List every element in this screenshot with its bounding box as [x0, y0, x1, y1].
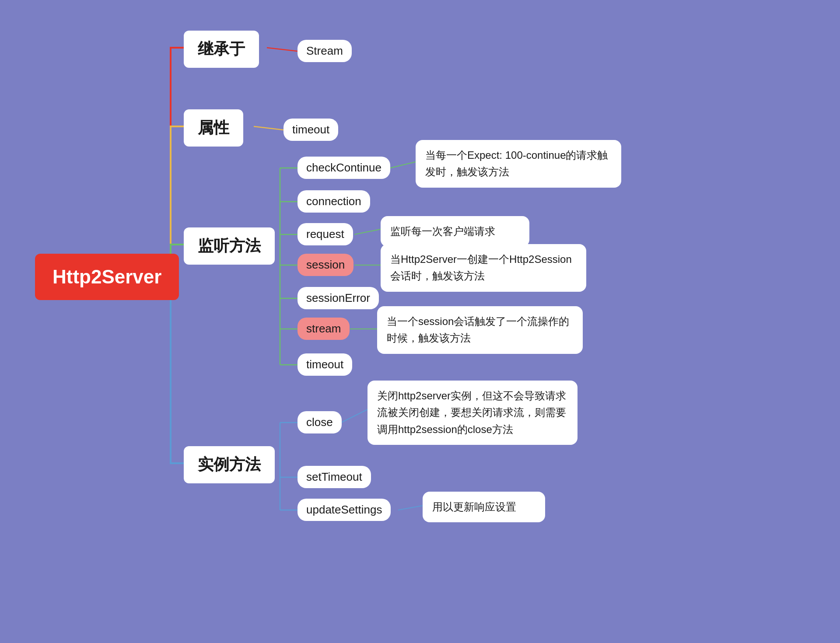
child-sessionerror-label: sessionError	[306, 291, 370, 304]
child-close-label: close	[306, 416, 333, 429]
child-connection: connection	[298, 190, 370, 213]
child-stream-inherit: Stream	[298, 40, 352, 62]
section-shuxing-label: 属性	[198, 119, 229, 136]
child-updatesettings: updateSettings	[298, 499, 391, 521]
section-jianting-label: 监听方法	[198, 237, 261, 255]
section-shili-label: 实例方法	[198, 455, 261, 473]
desc-checkcontinue-text: 当每一个Expect: 100-continue的请求触发时，触发该方法	[425, 149, 608, 178]
child-timeout-attr-label: timeout	[292, 123, 329, 136]
child-timeout-event-label: timeout	[306, 358, 343, 371]
child-settimeout: setTimeout	[298, 466, 371, 488]
section-shuxing: 属性	[184, 109, 243, 147]
desc-session: 当Http2Server一创建一个Http2Session会话时，触发该方法	[381, 244, 586, 292]
child-connection-label: connection	[306, 195, 361, 208]
desc-checkcontinue: 当每一个Expect: 100-continue的请求触发时，触发该方法	[416, 140, 621, 188]
child-request-label: request	[306, 227, 344, 241]
child-stream-inherit-label: Stream	[306, 44, 343, 57]
section-jianting: 监听方法	[184, 227, 275, 265]
desc-request: 监听每一次客户端请求	[381, 216, 529, 247]
child-stream-event-label: stream	[306, 322, 341, 335]
desc-stream-text: 当一个session会话触发了一个流操作的时候，触发该方法	[387, 315, 569, 344]
desc-updatesettings: 用以更新响应设置	[423, 492, 545, 522]
child-timeout-attr: timeout	[284, 119, 338, 141]
child-sessionerror: sessionError	[298, 287, 379, 309]
section-shili: 实例方法	[184, 446, 275, 483]
desc-session-text: 当Http2Server一创建一个Http2Session会话时，触发该方法	[390, 253, 572, 282]
child-timeout-event: timeout	[298, 353, 352, 376]
desc-updatesettings-text: 用以更新响应设置	[432, 501, 516, 513]
section-jichenyu-label: 继承于	[198, 40, 245, 58]
child-updatesettings-label: updateSettings	[306, 503, 382, 516]
desc-close-text: 关闭http2server实例，但这不会导致请求流被关闭创建，要想关闭请求流，则…	[377, 390, 566, 435]
child-session-label: session	[306, 258, 345, 271]
child-checkcontinue-label: checkContinue	[306, 161, 382, 174]
central-node: Http2Server	[35, 254, 179, 300]
desc-stream: 当一个session会话触发了一个流操作的时候，触发该方法	[377, 306, 583, 354]
desc-close: 关闭http2server实例，但这不会导致请求流被关闭创建，要想关闭请求流，则…	[368, 381, 578, 445]
mind-map: Http2Server 继承于 属性 监听方法 实例方法 Stream time…	[0, 0, 840, 643]
child-checkcontinue: checkContinue	[298, 157, 390, 179]
central-label: Http2Server	[52, 266, 161, 287]
child-session: session	[298, 254, 354, 276]
child-request: request	[298, 223, 353, 245]
desc-request-text: 监听每一次客户端请求	[390, 225, 495, 237]
child-settimeout-label: setTimeout	[306, 470, 362, 483]
section-jichenyu: 继承于	[184, 31, 259, 68]
child-stream-event: stream	[298, 318, 350, 340]
child-close: close	[298, 411, 342, 433]
